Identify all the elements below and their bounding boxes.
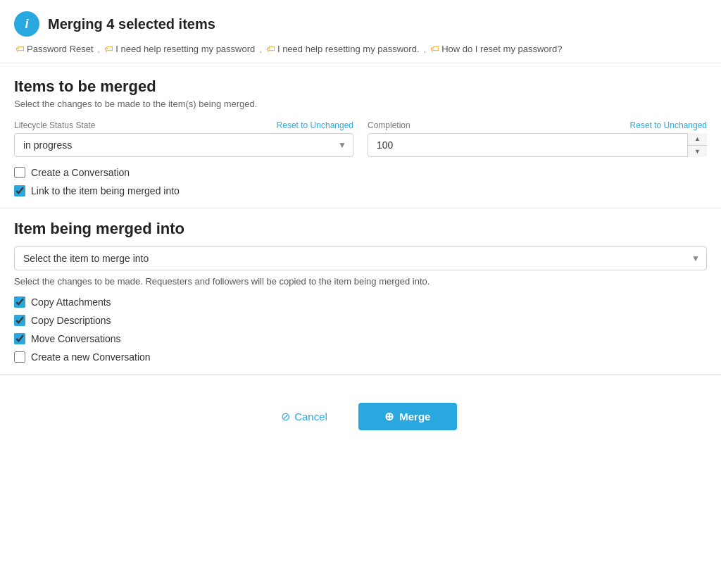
merge-into-title: Item being merged into bbox=[14, 220, 707, 238]
tag-icon: 🏷 bbox=[430, 44, 439, 54]
cancel-label: Cancel bbox=[294, 411, 327, 423]
items-to-merge-title: Items to be merged bbox=[14, 77, 707, 96]
create-conversation-label[interactable]: Create a Conversation bbox=[31, 167, 130, 178]
create-new-conversation-checkbox[interactable] bbox=[14, 351, 25, 363]
merge-button[interactable]: ⊕ Merge bbox=[358, 403, 457, 430]
divider-2 bbox=[0, 374, 721, 375]
header-title-row: i Merging 4 selected items bbox=[14, 11, 707, 37]
tag-icon: 🏷 bbox=[15, 44, 25, 54]
completion-field-group: Completion Reset to Unchanged ▲ ▼ bbox=[368, 120, 707, 157]
copy-attachments-row: Copy Attachments bbox=[14, 296, 707, 308]
tag-item: 🏷I need help resetting my password. bbox=[266, 44, 420, 54]
tag-separator: , bbox=[98, 44, 101, 54]
merge-icon: ⊕ bbox=[384, 410, 394, 423]
copy-descriptions-checkbox[interactable] bbox=[14, 315, 25, 326]
lifecycle-select[interactable]: in progress open closed resolved bbox=[14, 133, 353, 157]
create-conversation-row: Create a Conversation bbox=[14, 167, 707, 178]
completion-label-row: Completion Reset to Unchanged bbox=[368, 120, 707, 130]
cancel-button[interactable]: ⊘ Cancel bbox=[264, 403, 344, 430]
divider-1 bbox=[0, 208, 721, 208]
move-conversations-row: Move Conversations bbox=[14, 333, 707, 344]
completion-spinners: ▲ ▼ bbox=[687, 133, 707, 157]
tag-label: Password Reset bbox=[27, 44, 94, 54]
tag-icon: 🏷 bbox=[266, 44, 275, 54]
completion-decrement-button[interactable]: ▼ bbox=[688, 146, 707, 158]
merge-into-select-wrapper: Select the item to merge into ▼ bbox=[14, 246, 707, 270]
page-container: i Merging 4 selected items 🏷Password Res… bbox=[0, 0, 721, 588]
footer-section: ⊘ Cancel ⊕ Merge bbox=[0, 386, 721, 447]
lifecycle-reset-link[interactable]: Reset to Unchanged bbox=[277, 120, 353, 130]
page-title: Merging 4 selected items bbox=[48, 16, 215, 32]
completion-input[interactable] bbox=[368, 133, 707, 157]
lifecycle-label-row: Lifecycle Status State Reset to Unchange… bbox=[14, 120, 353, 130]
copy-attachments-checkbox[interactable] bbox=[14, 296, 25, 308]
completion-reset-link[interactable]: Reset to Unchanged bbox=[630, 120, 707, 130]
copy-attachments-label[interactable]: Copy Attachments bbox=[31, 296, 111, 308]
items-to-merge-section: Items to be merged Select the changes to… bbox=[0, 63, 721, 196]
move-conversations-checkbox[interactable] bbox=[14, 333, 25, 344]
merge-into-instruction: Select the changes to be made. Requester… bbox=[14, 276, 707, 287]
cancel-icon: ⊘ bbox=[281, 410, 290, 423]
tag-separator: , bbox=[424, 44, 427, 54]
tag-item: 🏷How do I reset my password? bbox=[430, 44, 562, 54]
tag-item: 🏷I need help resetting my password bbox=[104, 44, 255, 54]
merge-into-section: Item being merged into Select the item t… bbox=[0, 220, 721, 363]
tag-icon: 🏷 bbox=[104, 44, 113, 54]
lifecycle-label: Lifecycle Status State bbox=[14, 120, 95, 130]
tag-separator: , bbox=[259, 44, 262, 54]
link-item-label[interactable]: Link to the item being merged into bbox=[31, 185, 180, 196]
info-icon: i bbox=[14, 11, 39, 37]
copy-descriptions-row: Copy Descriptions bbox=[14, 315, 707, 326]
lifecycle-select-wrapper: in progress open closed resolved ▼ bbox=[14, 133, 353, 157]
create-conversation-checkbox[interactable] bbox=[14, 167, 25, 178]
tags-row: 🏷Password Reset,🏷I need help resetting m… bbox=[14, 44, 707, 54]
completion-increment-button[interactable]: ▲ bbox=[688, 133, 707, 146]
create-new-conversation-row: Create a new Conversation bbox=[14, 351, 707, 363]
items-to-merge-subtitle: Select the changes to be made to the ite… bbox=[14, 99, 707, 109]
header-section: i Merging 4 selected items 🏷Password Res… bbox=[0, 0, 721, 63]
merge-label: Merge bbox=[399, 411, 430, 423]
copy-descriptions-label[interactable]: Copy Descriptions bbox=[31, 315, 111, 326]
create-new-conversation-label[interactable]: Create a new Conversation bbox=[31, 351, 151, 363]
tag-label: I need help resetting my password. bbox=[277, 44, 420, 54]
completion-input-wrapper: ▲ ▼ bbox=[368, 133, 707, 157]
link-item-checkbox[interactable] bbox=[14, 185, 25, 196]
lifecycle-field-group: Lifecycle Status State Reset to Unchange… bbox=[14, 120, 353, 157]
lifecycle-completion-row: Lifecycle Status State Reset to Unchange… bbox=[14, 120, 707, 157]
move-conversations-label[interactable]: Move Conversations bbox=[31, 333, 121, 344]
tag-label: How do I reset my password? bbox=[441, 44, 562, 54]
tag-item: 🏷Password Reset bbox=[15, 44, 94, 54]
merge-into-select[interactable]: Select the item to merge into bbox=[14, 246, 707, 270]
link-item-row: Link to the item being merged into bbox=[14, 185, 707, 196]
tag-label: I need help resetting my password bbox=[115, 44, 255, 54]
completion-label: Completion bbox=[368, 120, 410, 130]
